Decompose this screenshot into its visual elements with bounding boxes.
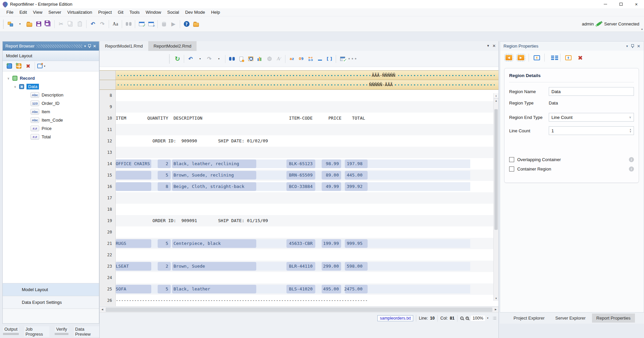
add-single-line-field-icon[interactable]: [316, 55, 324, 63]
tree-node-field[interactable]: #.#Price: [3, 124, 99, 133]
dock-tab-verify[interactable]: Verify: [55, 326, 68, 338]
menu-view[interactable]: View: [30, 9, 45, 16]
zoom-in-icon[interactable]: +: [466, 317, 469, 320]
append-field-icon[interactable]: A∕: [275, 55, 283, 63]
menu-git[interactable]: Git: [115, 9, 126, 16]
close-panel-icon[interactable]: ✕: [93, 44, 96, 49]
menu-virtualization[interactable]: Virtualization: [64, 9, 95, 16]
refresh-icon[interactable]: ↻: [173, 55, 181, 63]
split-handle-icon[interactable]: ⇕: [494, 93, 498, 98]
tab-project-explorer[interactable]: Project Explorer: [509, 314, 549, 323]
menu-social[interactable]: Social: [164, 9, 182, 16]
menu-file[interactable]: File: [3, 9, 16, 16]
sort-numeric-icon[interactable]: 09: [297, 55, 305, 63]
report-line[interactable]: 11: [100, 124, 498, 135]
toolbar-grip[interactable]: [3, 19, 4, 29]
cut-icon[interactable]: ✂: [57, 20, 65, 28]
auto-parse-region-icon[interactable]: [564, 53, 572, 62]
preview-window-icon[interactable]: ✓: [138, 20, 146, 28]
add-fields-icon[interactable]: +: [15, 62, 23, 70]
report-line[interactable]: 12 ORDER ID: 909090 SHIP DATE: 01/02/09: [100, 135, 498, 147]
spinner-arrows-icon[interactable]: ∧∨: [630, 129, 631, 133]
dropdown-caret-icon[interactable]: ▾: [16, 20, 24, 28]
new-model-icon[interactable]: [6, 20, 14, 28]
report-line[interactable]: 20: [100, 226, 498, 238]
nav-item-model-layout[interactable]: Model Layout: [3, 283, 99, 296]
checkbox-container-region[interactable]: [509, 166, 514, 172]
toolbar-overflow-icon[interactable]: ▾: [641, 28, 643, 31]
report-line[interactable]: 13: [100, 147, 498, 158]
panel-menu-icon[interactable]: ▾: [626, 44, 628, 48]
report-editor[interactable]: ÃÃÃ-ÑÑÑÑÑÑÑÑÑÑ-ÃÃÃ 8910ITEM QUANTITY DES…: [100, 67, 498, 307]
report-line[interactable]: 14OFFICE CHAIRS 2 Black, leather, reclin…: [100, 158, 498, 170]
import-database-icon[interactable]: [160, 20, 168, 28]
menu-window[interactable]: Window: [143, 9, 164, 16]
tree-node-field[interactable]: AbcDescription: [3, 91, 99, 99]
dock-tab-data-preview[interactable]: Data Preview: [74, 326, 99, 338]
scroll-left-icon[interactable]: ◀: [100, 308, 105, 311]
redo-icon[interactable]: ↷: [98, 20, 106, 28]
vertical-scrollbar[interactable]: ⇕ ▲ ▼: [493, 93, 498, 301]
scroll-down-icon[interactable]: ▼: [494, 296, 498, 301]
menu-server[interactable]: Server: [45, 9, 64, 16]
sort-alpha-icon[interactable]: az: [288, 55, 296, 63]
auto-parse-icon[interactable]: [265, 55, 273, 63]
minimize-button[interactable]: [598, 0, 613, 8]
export-table-icon[interactable]: ✓: [338, 55, 346, 63]
auto-create-fields-region-icon[interactable]: [533, 53, 541, 62]
doc-toolbar-grip[interactable]: [169, 54, 170, 64]
tab-server-explorer[interactable]: Server Explorer: [551, 314, 590, 323]
analyze-icon[interactable]: [256, 55, 264, 63]
resize-grip[interactable]: [493, 317, 496, 320]
export-layout-icon[interactable]: ➔▾: [37, 62, 45, 70]
tree-node-data[interactable]: ∨Data: [3, 82, 99, 91]
tree-node-field[interactable]: AbcItem: [3, 108, 99, 116]
run-icon[interactable]: ▶: [169, 20, 177, 28]
panel-drag-hatch[interactable]: [37, 45, 82, 48]
dock-tab-job-progress[interactable]: Job Progress: [24, 326, 49, 338]
maximize-button[interactable]: [613, 0, 629, 8]
tab-reportmodel1.rmd[interactable]: ReportModel1.Rmd: [100, 41, 148, 51]
report-line[interactable]: 26--------------------------------------…: [100, 295, 498, 306]
tree-node-field[interactable]: AbcItem_Code: [3, 116, 99, 124]
report-line[interactable]: 9: [100, 101, 498, 113]
undo-edit-icon[interactable]: ↶: [186, 55, 195, 63]
preview-data-icon[interactable]: [247, 55, 255, 63]
close-button[interactable]: ×: [629, 0, 644, 8]
menu-edit[interactable]: Edit: [16, 9, 30, 16]
checkbox-overlapping-container[interactable]: [509, 157, 514, 162]
line-count-spinner[interactable]: 1∧∨: [549, 126, 634, 135]
paste-icon[interactable]: [76, 20, 84, 28]
zoom-level[interactable]: 100%: [471, 316, 485, 321]
report-line[interactable]: 17: [100, 192, 498, 204]
chevron-down-icon[interactable]: ∨: [7, 77, 10, 80]
report-line[interactable]: 15 5 Brown, Suede, reclining BRN-65509 8…: [100, 170, 498, 181]
report-line[interactable]: 18: [100, 204, 498, 215]
panel-menu-icon[interactable]: ▾: [84, 44, 86, 48]
close-panel-icon[interactable]: ✕: [637, 44, 640, 49]
move-region-start-right-icon[interactable]: ▶: [517, 53, 525, 62]
tree-node-record[interactable]: ∨Record: [3, 74, 99, 82]
region-end-type-select[interactable]: Line Count∨: [549, 113, 634, 122]
font-case-icon[interactable]: Aa: [111, 20, 119, 28]
pin-icon[interactable]: [631, 44, 634, 48]
redo-edit-icon[interactable]: ↷: [205, 55, 213, 63]
copy-icon[interactable]: [66, 20, 74, 28]
zoom-out-icon[interactable]: -: [460, 317, 464, 320]
pin-icon[interactable]: [88, 44, 91, 48]
save-icon[interactable]: [35, 20, 43, 28]
auto-create-fields-icon[interactable]: [237, 55, 245, 63]
find-icon[interactable]: [124, 20, 132, 28]
sort-range-icon[interactable]: a-z0-9: [307, 55, 315, 63]
delete-region-icon[interactable]: ✖: [576, 53, 584, 62]
project-folder-icon[interactable]: [192, 20, 200, 28]
tree-node-field[interactable]: #.#Total: [3, 133, 99, 141]
add-data-region-icon[interactable]: +: [5, 62, 13, 70]
undo-icon[interactable]: ↶: [89, 20, 97, 28]
tab-report-properties[interactable]: Report Properties: [592, 314, 635, 323]
help-icon[interactable]: ?: [182, 20, 191, 28]
tab-list-icon[interactable]: ▾: [487, 44, 489, 48]
move-region-start-left-icon[interactable]: ◀: [505, 53, 513, 62]
dropdown-caret-icon[interactable]: ▾: [215, 55, 223, 63]
report-line[interactable]: 10ITEM QUANTITY DESCRIPTION ITEM-CODE PR…: [100, 113, 498, 124]
